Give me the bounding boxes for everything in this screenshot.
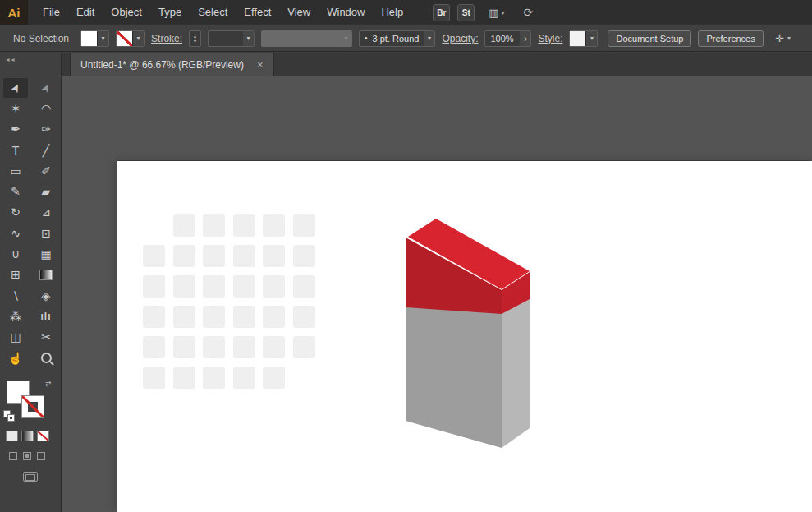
tab-close-icon[interactable]: ×	[257, 58, 264, 71]
draw-normal-button[interactable]	[9, 452, 17, 460]
opacity-dropdown[interactable]: 100% ›	[484, 30, 531, 47]
tool-zoom[interactable]	[34, 348, 58, 368]
tool-mesh[interactable]: ⊞	[3, 265, 28, 284]
tool-scale[interactable]: ⊿	[34, 202, 58, 222]
menu-help[interactable]: Help	[373, 0, 411, 25]
symbol-sprayer-icon: ⁂	[10, 311, 21, 322]
fill-color-dropdown[interactable]: ▾	[80, 30, 109, 47]
control-bar-options[interactable]: ✛ ▾	[775, 32, 791, 44]
tool-shape-builder[interactable]: ∪	[3, 244, 28, 264]
stroke-label[interactable]: Stroke:	[151, 33, 182, 44]
sync-icon[interactable]: ⟳	[524, 6, 534, 19]
brush-definition-dropdown[interactable]: • 3 pt. Round ▾	[359, 30, 435, 47]
canvas-area[interactable]	[62, 76, 812, 512]
menu-edit[interactable]: Edit	[68, 0, 103, 25]
menu-view[interactable]: View	[279, 0, 319, 25]
tool-curvature[interactable]: ✑	[34, 119, 58, 139]
tool-gradient[interactable]	[34, 265, 58, 284]
free-transform-icon: ⊡	[41, 228, 51, 239]
app-logo-icon: Ai	[0, 0, 28, 25]
tool-eraser[interactable]: ▰	[34, 182, 58, 201]
gradient-icon	[39, 270, 53, 280]
tool-pen[interactable]: ✒	[3, 119, 28, 139]
stroke-weight-stepper[interactable]: ▴ ▾	[189, 30, 201, 47]
chevron-down-icon: ▾	[586, 31, 597, 46]
preferences-button[interactable]: Preferences	[698, 30, 763, 47]
tool-pencil[interactable]: ✎	[3, 182, 28, 201]
menu-window[interactable]: Window	[319, 0, 373, 25]
tool-eyedropper[interactable]: ∖	[3, 286, 28, 306]
menubar-right: BrSt ▥ ▾ ⟳	[433, 4, 533, 21]
stroke-color-indicator[interactable]	[22, 396, 44, 417]
pen-icon: ✒	[11, 123, 21, 135]
box-face-front[interactable]	[406, 306, 502, 448]
badge-st[interactable]: St	[457, 4, 475, 21]
tool-type[interactable]: T	[3, 141, 28, 160]
collapse-panel-button[interactable]: ◄◄	[5, 57, 15, 62]
default-stroke-chip	[8, 415, 14, 421]
none-button[interactable]	[37, 431, 49, 441]
tool-direct-selection[interactable]: ➤	[34, 78, 58, 98]
tool-magic-wand[interactable]: ✶	[3, 99, 28, 118]
tool-column-graph[interactable]: ılı	[34, 307, 58, 326]
swap-colors-icon[interactable]: ⇄	[45, 380, 52, 388]
gradient-button[interactable]	[21, 431, 34, 441]
box-face-side[interactable]	[502, 298, 530, 448]
menu-object[interactable]: Object	[103, 0, 150, 25]
magic-wand-icon: ✶	[11, 103, 21, 114]
chevron-down-icon: ▾	[341, 31, 351, 46]
tool-lasso[interactable]: ◠	[34, 99, 58, 118]
screen-mode-button[interactable]	[23, 472, 38, 482]
tool-paintbrush[interactable]: ✐	[34, 161, 58, 181]
control-bar: No Selection ▾ ▾ Stroke: ▴ ▾ ▾ ▾ • 3 pt.…	[0, 25, 812, 52]
menu-select[interactable]: Select	[190, 0, 236, 25]
selection-status: No Selection	[13, 33, 69, 44]
curvature-icon: ✑	[41, 123, 51, 135]
color-button[interactable]	[6, 431, 18, 441]
draw-inside-button[interactable]	[37, 452, 45, 460]
tool-width-tool[interactable]: ∿	[3, 224, 28, 243]
style-dropdown[interactable]: ▾	[569, 30, 598, 47]
opacity-label[interactable]: Opacity:	[442, 33, 478, 44]
zoom-icon	[41, 353, 52, 363]
chevron-right-icon: ›	[520, 31, 530, 46]
tool-free-transform[interactable]: ⊡	[34, 224, 58, 243]
menu-type[interactable]: Type	[150, 0, 190, 25]
tool-slice[interactable]: ✂	[34, 327, 58, 347]
menu-file[interactable]: File	[34, 0, 68, 25]
tool-selection[interactable]: ➤	[3, 78, 28, 98]
stepper-down-icon[interactable]: ▾	[194, 39, 196, 44]
workspace-switcher[interactable]: ▥ ▾	[489, 7, 504, 19]
tool-line-segment[interactable]: ╱	[34, 141, 58, 160]
rectangle-icon: ▭	[10, 165, 21, 177]
tool-symbol-sprayer[interactable]: ⁂	[3, 307, 28, 326]
stroke-swatch	[117, 31, 133, 46]
opacity-value: 100%	[485, 31, 520, 46]
tool-rectangle[interactable]: ▭	[3, 161, 28, 181]
chevron-down-icon: ▾	[133, 31, 144, 46]
tool-artboard-tool[interactable]: ◫	[3, 327, 28, 347]
menu-effect[interactable]: Effect	[236, 0, 279, 25]
style-label[interactable]: Style:	[538, 33, 562, 44]
mesh-icon: ⊞	[11, 269, 21, 280]
document-setup-button[interactable]: Document Setup	[608, 30, 691, 47]
stroke-color-dropdown[interactable]: ▾	[116, 30, 145, 47]
document-tab[interactable]: Untitled-1* @ 66.67% (RGB/Preview) ×	[70, 53, 274, 76]
column-graph-icon: ılı	[40, 311, 51, 321]
width-profile-dropdown[interactable]: ▾	[261, 30, 352, 47]
direct-selection-icon: ➤	[39, 81, 53, 95]
menu-bar: Ai FileEditObjectTypeSelectEffectViewWin…	[0, 0, 812, 25]
tool-perspective-grid[interactable]: ▦	[34, 244, 58, 264]
artwork-layer	[62, 76, 812, 512]
default-swatches-icon[interactable]	[4, 411, 16, 422]
workspace-icon: ▥	[489, 7, 498, 19]
stroke-weight-value	[209, 31, 243, 46]
fill-swatch	[81, 31, 98, 46]
badge-br[interactable]: Br	[433, 4, 450, 21]
tool-rotate[interactable]: ↻	[3, 202, 28, 222]
draw-behind-button[interactable]	[23, 452, 31, 460]
stroke-weight-dropdown[interactable]: ▾	[208, 30, 255, 47]
tool-blend[interactable]: ◈	[34, 286, 58, 306]
tool-hand[interactable]: ☝	[3, 348, 28, 368]
hand-icon: ☝	[8, 353, 22, 364]
